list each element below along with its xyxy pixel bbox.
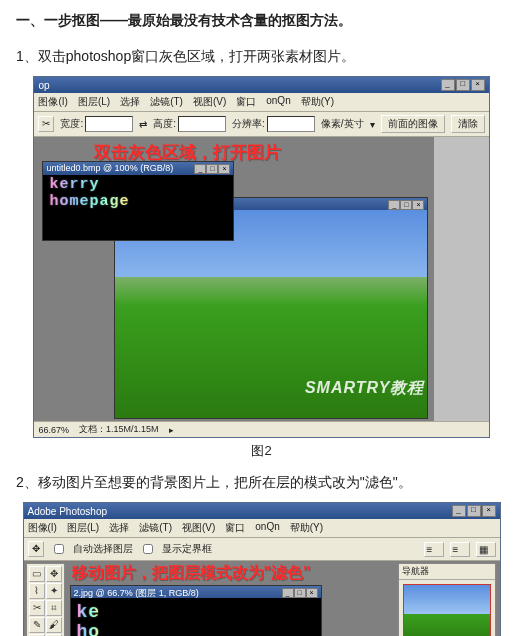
menubar: 图像(I) 图层(L) 选择 滤镜(T) 视图(V) 窗口 onQn 帮助(Y) [24, 519, 500, 538]
doc-maximize-icon[interactable]: □ [294, 588, 306, 598]
figure-1-caption: 图2 [16, 442, 507, 460]
height-input[interactable] [178, 116, 226, 132]
doc-titlebar-neon: untitled0.bmp @ 100% (RGB/8) _□× [43, 162, 233, 175]
app-title: op [38, 80, 49, 91]
figure-1: op _ □ × 图像(I) 图层(L) 选择 滤镜(T) 视图(V) 窗口 o… [16, 76, 507, 438]
minimize-icon[interactable]: _ [441, 79, 455, 91]
doc-maximize-icon[interactable]: □ [400, 200, 412, 210]
width-input[interactable] [85, 116, 133, 132]
tutorial-watermark: SMARTRY教程 [305, 378, 425, 399]
options-bar: ✥ 自动选择图层 显示定界框 ≡ ≡ ▦ [24, 538, 500, 561]
tool-slice-icon[interactable]: ⌗ [46, 600, 62, 616]
tool-marquee-icon[interactable]: ▭ [29, 566, 45, 582]
front-image-button[interactable]: 前面的图像 [381, 115, 445, 133]
workspace[interactable]: 双击灰色区域，打开图片 _□× untitled0.bmp @ 100% (RG… [34, 137, 434, 421]
doc-maximize-icon[interactable]: □ [206, 164, 218, 174]
maximize-icon[interactable]: □ [467, 505, 481, 517]
menu-filter[interactable]: 滤镜(T) [150, 95, 183, 109]
move-tool-icon[interactable]: ✥ [28, 541, 44, 557]
tool-crop-icon[interactable]: ✂ [29, 600, 45, 616]
menu-filter[interactable]: 滤镜(T) [139, 521, 172, 535]
align-icon[interactable]: ≡ [450, 542, 470, 557]
photoshop-window-2: Adobe Photoshop _ □ × 图像(I) 图层(L) 选择 滤镜(… [23, 502, 501, 636]
tool-brush-icon[interactable]: 🖌 [46, 617, 62, 633]
resolution-input[interactable] [267, 116, 315, 132]
menu-help[interactable]: 帮助(Y) [290, 521, 323, 535]
neon-text-line2: ho [77, 622, 101, 636]
step2-text: 2、移动图片至想要的背景图片上，把所在层的模式改为"滤色"。 [16, 474, 507, 492]
document-window-neon[interactable]: untitled0.bmp @ 100% (RGB/8) _□× kerry h… [42, 161, 234, 241]
doc-minimize-icon[interactable]: _ [194, 164, 206, 174]
dropdown-icon[interactable]: ▾ [370, 119, 375, 130]
menu-window[interactable]: 窗口 [225, 521, 245, 535]
menu-view[interactable]: 视图(V) [193, 95, 226, 109]
menu-layer[interactable]: 图层(L) [67, 521, 99, 535]
menubar: 图像(I) 图层(L) 选择 滤镜(T) 视图(V) 窗口 onQn 帮助(Y) [34, 93, 488, 112]
unit-label: 像素/英寸 [321, 117, 364, 131]
menu-extra[interactable]: onQn [255, 521, 279, 535]
menu-view[interactable]: 视图(V) [182, 521, 215, 535]
height-label: 高度: [153, 117, 176, 131]
photoshop-window-1: op _ □ × 图像(I) 图层(L) 选择 滤镜(T) 视图(V) 窗口 o… [33, 76, 489, 438]
doc-minimize-icon[interactable]: _ [388, 200, 400, 210]
tool-heal-icon[interactable]: ✎ [29, 617, 45, 633]
menu-window[interactable]: 窗口 [236, 95, 256, 109]
titlebar: op _ □ × [34, 77, 488, 93]
menu-select[interactable]: 选择 [120, 95, 140, 109]
titlebar: Adobe Photoshop _ □ × [24, 503, 500, 519]
document-window[interactable]: 2.jpg @ 66.7% (图层 1, RGB/8) _□× ke ho [70, 585, 322, 636]
figure-2: Adobe Photoshop _ □ × 图像(I) 图层(L) 选择 滤镜(… [16, 502, 507, 636]
doc-close-icon[interactable]: × [218, 164, 230, 174]
doc-close-icon[interactable]: × [412, 200, 424, 210]
tool-move-icon[interactable]: ✥ [46, 566, 62, 582]
step1-text: 1、双击photoshop窗口灰色区域，打开两张素材图片。 [16, 48, 507, 66]
menu-image[interactable]: 图像(I) [28, 521, 57, 535]
neon-text-line1: kerry [49, 176, 129, 193]
toolbox: ▭ ✥ ⌇ ✦ ✂ ⌗ ✎ 🖌 ⌖ ↺ ◧ ▥ [26, 563, 65, 636]
menu-layer[interactable]: 图层(L) [78, 95, 110, 109]
neon-text-line1: ke [77, 602, 101, 622]
auto-select-label: 自动选择图层 [73, 542, 133, 556]
menu-select[interactable]: 选择 [109, 521, 129, 535]
show-bbox-checkbox[interactable] [143, 544, 153, 554]
window-buttons: _ □ × [441, 79, 485, 91]
annotation-overlay: 移动图片，把图层模式改为"滤色" [72, 563, 311, 584]
menu-image[interactable]: 图像(I) [38, 95, 67, 109]
tool-lasso-icon[interactable]: ⌇ [29, 583, 45, 599]
resolution-label: 分辨率: [232, 117, 265, 131]
show-bbox-label: 显示定界框 [162, 542, 212, 556]
section-heading: 一、一步抠图——最原始最没有技术含量的抠图方法。 [16, 12, 507, 30]
neon-text-line2: homepage [49, 193, 129, 210]
doc-close-icon[interactable]: × [306, 588, 318, 598]
workspace[interactable]: ▭ ✥ ⌇ ✦ ✂ ⌗ ✎ 🖌 ⌖ ↺ ◧ ▥ 移动图片，把图层模式改为"滤色"… [24, 561, 500, 636]
palette-well-icon[interactable]: ▦ [476, 542, 496, 557]
width-label: 宽度: [60, 117, 83, 131]
swap-icon[interactable]: ⇄ [139, 119, 147, 130]
navigator-palette[interactable]: 导航器 ▁ ───△─── ▔ [398, 563, 496, 636]
app-title: Adobe Photoshop [28, 506, 108, 517]
tool-wand-icon[interactable]: ✦ [46, 583, 62, 599]
align-icon[interactable]: ≡ [424, 542, 444, 557]
doc-title-neon: untitled0.bmp @ 100% (RGB/8) [46, 163, 173, 174]
status-bar: 66.67% 文档：1.15M/1.15M ▸ [34, 421, 488, 437]
crop-tool-icon[interactable]: ✂ [38, 116, 54, 132]
menu-extra[interactable]: onQn [266, 95, 290, 109]
doc-size-status: 文档：1.15M/1.15M [79, 423, 159, 436]
doc-minimize-icon[interactable]: _ [282, 588, 294, 598]
palette-tab-navigator[interactable]: 导航器 [399, 564, 495, 580]
close-icon[interactable]: × [482, 505, 496, 517]
minimize-icon[interactable]: _ [452, 505, 466, 517]
options-bar: ✂ 宽度: ⇄ 高度: 分辨率: 像素/英寸 ▾ 前面的图像 清除 [34, 112, 488, 137]
zoom-level[interactable]: 66.67% [38, 425, 69, 435]
auto-select-checkbox[interactable] [54, 544, 64, 554]
clear-button[interactable]: 清除 [451, 115, 485, 133]
menu-help[interactable]: 帮助(Y) [301, 95, 334, 109]
window-buttons: _ □ × [452, 505, 496, 517]
maximize-icon[interactable]: □ [456, 79, 470, 91]
close-icon[interactable]: × [471, 79, 485, 91]
status-arrow-icon[interactable]: ▸ [169, 425, 174, 435]
